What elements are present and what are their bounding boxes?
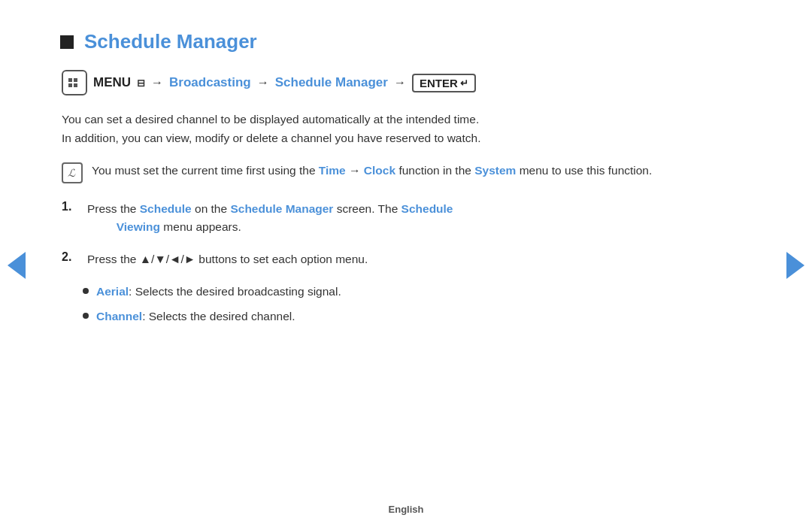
step-2-number: 2.: [62, 250, 77, 264]
note-row: ℒ You must set the current time first us…: [62, 162, 752, 183]
svg-rect-3: [74, 83, 77, 87]
enter-icon: ENTER ↵: [412, 74, 476, 92]
aerial-text: Aerial: Selects the desired broadcasting…: [96, 283, 341, 301]
bullet-aerial: Aerial: Selects the desired broadcasting…: [83, 283, 752, 301]
menu-path: MENU ⊟ → Broadcasting → Schedule Manager…: [62, 70, 752, 95]
schedule-manager-link: Schedule Manager: [275, 75, 388, 90]
step-2-text: Press the ▲/▼/◄/► buttons to set each op…: [87, 250, 368, 269]
enter-label: ENTER: [420, 77, 458, 89]
svg-rect-1: [74, 78, 77, 82]
page-container: Schedule Manager MENU ⊟ → Broadcasting →…: [0, 0, 812, 530]
time-link: Time: [319, 164, 346, 177]
clock-link: Clock: [364, 164, 395, 177]
footer: English: [389, 504, 424, 515]
schedule-manager-screen-link: Schedule Manager: [230, 202, 333, 215]
step-1-text: Press the Schedule on the Schedule Manag…: [87, 200, 453, 238]
channel-link: Channel: [96, 310, 142, 323]
svg-rect-0: [68, 78, 72, 82]
menu-label: MENU: [93, 75, 131, 90]
svg-rect-2: [68, 83, 72, 87]
channel-text: Channel: Selects the desired channel.: [96, 307, 295, 326]
menu-suffix: ⊟: [137, 77, 145, 89]
note-text: You must set the current time first usin…: [92, 162, 652, 180]
aerial-link: Aerial: [96, 285, 129, 298]
bullet-dot-aerial: [83, 288, 89, 294]
bullet-channel: Channel: Selects the desired channel.: [83, 307, 752, 326]
nav-arrow-right[interactable]: [786, 252, 804, 279]
step-1: 1. Press the Schedule on the Schedule Ma…: [62, 200, 752, 238]
description-text: You can set a desired channel to be disp…: [62, 111, 752, 148]
arrow-2: →: [257, 76, 269, 89]
note-icon: ℒ: [62, 162, 83, 183]
svg-text:ℒ: ℒ: [68, 168, 76, 179]
enter-return-symbol: ↵: [460, 77, 468, 89]
bullet-list: Aerial: Selects the desired broadcasting…: [83, 283, 752, 326]
nav-arrow-left[interactable]: [8, 252, 26, 279]
steps-container: 1. Press the Schedule on the Schedule Ma…: [62, 200, 752, 326]
system-link: System: [474, 164, 516, 177]
page-title: Schedule Manager: [84, 30, 257, 53]
broadcasting-link: Broadcasting: [169, 75, 251, 90]
title-square-icon: [60, 35, 74, 49]
arrow-3: →: [394, 76, 406, 89]
step-2: 2. Press the ▲/▼/◄/► buttons to set each…: [62, 250, 752, 269]
step-1-number: 1.: [62, 200, 77, 214]
menu-icon: [62, 70, 87, 95]
arrow-1: →: [151, 76, 163, 89]
bullet-dot-channel: [83, 313, 89, 319]
schedule-link: Schedule: [140, 202, 192, 215]
title-row: Schedule Manager: [60, 30, 752, 53]
